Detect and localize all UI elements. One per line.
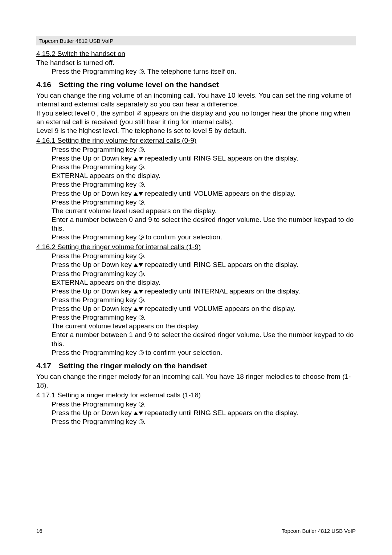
down-arrow-icon: [139, 263, 143, 267]
programming-key-icon: [139, 165, 144, 170]
text-fragment: Press the Up or Down key: [52, 287, 134, 295]
page-footer: 16 Topcom Butler 4812 USB VoIP: [36, 528, 356, 534]
para-4-16-3: Level 9 is the highest level. The teleph…: [36, 126, 356, 135]
step: Press the Programming key .: [36, 180, 356, 189]
text-fragment: Press the Up or Down key: [52, 409, 134, 417]
text-fragment: Press the Programming key: [52, 146, 139, 153]
text-fragment: repeatedly until VOLUME appears on the d…: [143, 190, 295, 197]
page-header-bar: Topcom Butler 4812 USB VoIP: [36, 36, 356, 45]
text-fragment: .: [144, 270, 146, 278]
text-fragment: Press the Up or Down key: [52, 261, 134, 268]
step: Press the Programming key .: [36, 198, 356, 207]
step: Press the Up or Down key repeatedly unti…: [36, 260, 356, 269]
text-fragment: to confirm your selection.: [144, 349, 222, 356]
step: EXTERNAL appears on the display.: [36, 278, 356, 287]
text-fragment: Press the Programming key: [52, 233, 139, 241]
text-fragment: repeatedly until RING SEL appears on the…: [143, 261, 298, 268]
programming-key-icon: [139, 182, 144, 187]
text-fragment: Press the Programming key: [52, 418, 139, 425]
text-fragment: Press the Programming key: [52, 349, 139, 356]
text-fragment: .: [144, 181, 146, 188]
programming-key-icon: [139, 419, 144, 424]
programming-key-icon: [139, 147, 144, 152]
text-fragment: Press the Programming key: [52, 198, 139, 206]
heading-4-17: 4.17 Setting the ringer melody on the ha…: [36, 361, 356, 370]
step: Press the Up or Down key repeatedly unti…: [36, 304, 356, 313]
heading-4-16-2: 4.16.2 Setting the ringer volume for int…: [36, 243, 356, 251]
text-fragment: .: [144, 146, 146, 153]
programming-key-icon: [139, 69, 144, 74]
programming-key-icon: [139, 315, 144, 320]
text-fragment: .: [144, 313, 146, 321]
text-fragment: .: [144, 400, 146, 408]
header-text: Topcom Butler 4812 USB VoIP: [39, 38, 113, 44]
text-fragment: If you select level 0 , the symbol: [36, 109, 136, 117]
text-fragment: repeatedly until RING SEL appears on the…: [143, 154, 298, 162]
text-fragment: Press the Up or Down key: [52, 154, 134, 162]
heading-4-17-1: 4.17.1 Setting a ringer melody for exter…: [36, 391, 356, 399]
programming-key-icon: [139, 200, 144, 205]
page-container: Topcom Butler 4812 USB VoIP 4.15.2 Switc…: [0, 0, 392, 444]
step: Press the Programming key .: [36, 252, 356, 260]
text-fragment: .: [144, 296, 146, 304]
step: Press the Programming key .: [36, 163, 356, 171]
text-fragment: . The telephone turns itself on.: [144, 68, 236, 75]
step: Enter a number between 0 and 9 to select…: [36, 215, 356, 233]
up-arrow-icon: [134, 192, 138, 196]
programming-key-icon: [139, 235, 144, 240]
text-fragment: repeatedly until INTERNAL appears on the…: [143, 287, 300, 295]
text-fragment: Press the Programming key: [52, 163, 139, 171]
text-fragment: .: [144, 163, 146, 171]
programming-key-icon: [139, 402, 144, 407]
up-arrow-icon: [134, 412, 138, 415]
step: Press the Programming key to confirm you…: [36, 233, 356, 242]
step: EXTERNAL appears on the display.: [36, 171, 356, 180]
down-arrow-icon: [139, 192, 143, 196]
para-4-16-2: If you select level 0 , the symbol ♤ app…: [36, 109, 356, 126]
down-arrow-icon: [139, 290, 143, 293]
step: Enter a number between 1 and 9 to select…: [36, 331, 356, 348]
text-fragment: Press the Programming key: [52, 400, 139, 408]
step: Press the Programming key .: [36, 400, 356, 409]
step: Press the Up or Down key repeatedly unti…: [36, 189, 356, 198]
step: Press the Programming key .: [36, 313, 356, 322]
footer-product: Topcom Butler 4812 USB VoIP: [282, 528, 356, 534]
text-fragment: repeatedly until VOLUME appears on the d…: [143, 305, 295, 312]
step: Press the Up or Down key repeatedly unti…: [36, 287, 356, 296]
step: Press the Up or Down key repeatedly unti…: [36, 154, 356, 163]
programming-key-icon: [139, 297, 144, 303]
para-4-16-1: You can change the ring volume of an inc…: [36, 91, 356, 109]
step: Press the Programming key .: [36, 296, 356, 304]
text-fragment: Press the Up or Down key: [52, 305, 134, 312]
step: Press the Programming key .: [36, 417, 356, 426]
page-number: 16: [36, 528, 42, 534]
text-fragment: Press the Programming key: [52, 68, 139, 75]
up-arrow-icon: [134, 307, 138, 311]
text-fragment: to confirm your selection.: [144, 233, 222, 241]
text-fragment: Press the Programming key: [52, 270, 139, 278]
bell-off-icon: ♤: [136, 109, 142, 118]
down-arrow-icon: [139, 157, 143, 161]
programming-key-icon: [139, 254, 144, 259]
heading-4-16-1: 4.16.1 Setting the ring volume for exter…: [36, 137, 356, 145]
text-fragment: Press the Programming key: [52, 181, 139, 188]
text-handset-off: The handset is turned off.: [36, 58, 356, 67]
text-fragment: Press the Programming key: [52, 252, 139, 260]
text-fragment: Press the Programming key: [52, 313, 139, 321]
step: The current volume level appears on the …: [36, 322, 356, 331]
step: Press the Up or Down key repeatedly unti…: [36, 409, 356, 417]
down-arrow-icon: [139, 307, 143, 311]
up-arrow-icon: [134, 290, 138, 293]
step-press-prog: Press the Programming key . The telephon…: [36, 67, 356, 76]
text-fragment: .: [144, 252, 146, 260]
up-arrow-icon: [134, 157, 138, 161]
step: The current volume level used appears on…: [36, 207, 356, 215]
text-fragment: Press the Programming key: [52, 296, 139, 304]
up-arrow-icon: [134, 263, 138, 267]
para-4-17: You can change the ringer melody for an …: [36, 372, 356, 390]
step: Press the Programming key to confirm you…: [36, 348, 356, 357]
text-fragment: .: [144, 418, 146, 425]
text-fragment: Press the Up or Down key: [52, 190, 134, 197]
heading-4-15-2: 4.15.2 Switch the handset on: [36, 50, 356, 58]
down-arrow-icon: [139, 412, 143, 415]
